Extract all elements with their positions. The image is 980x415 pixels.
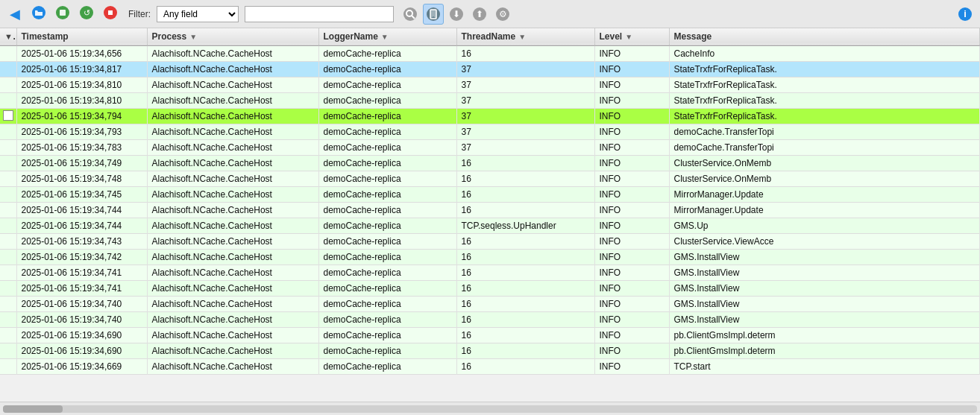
open-file-button[interactable] <box>52 4 73 25</box>
timestamp-cell: 2025-01-06 15:19:34,690 <box>16 343 147 359</box>
table-row[interactable]: 2025-01-06 15:19:34,817Alachisoft.NCache… <box>0 62 980 77</box>
download-button[interactable]: ⬇ <box>446 4 467 25</box>
process-cell: Alachisoft.NCache.CacheHost <box>147 343 318 359</box>
row-check-cell <box>0 171 16 187</box>
table-row[interactable]: 2025-01-06 15:19:34,741Alachisoft.NCache… <box>0 265 980 281</box>
level-cell: INFO <box>594 171 669 187</box>
row-check-cell <box>0 156 16 171</box>
row-checkbox[interactable] <box>3 110 13 121</box>
message-cell: GMS.InstallView <box>669 281 980 297</box>
process-cell: Alachisoft.NCache.CacheHost <box>147 109 318 124</box>
logger-cell: demoCache-replica <box>318 343 456 359</box>
message-cell: ClusterService.OnMemb <box>669 171 980 187</box>
thread-cell: 16 <box>456 171 594 187</box>
level-cell: INFO <box>594 250 669 265</box>
table-row[interactable]: 2025-01-06 15:19:34,740Alachisoft.NCache… <box>0 297 980 312</box>
level-cell: INFO <box>594 265 669 281</box>
sort-down-icon: ▼ <box>4 31 16 42</box>
horizontal-scrollbar[interactable] <box>0 402 980 415</box>
timestamp-cell: 2025-01-06 15:19:34,810 <box>16 93 147 109</box>
message-cell: pb.ClientGmsImpl.determ <box>669 328 980 343</box>
process-cell: Alachisoft.NCache.CacheHost <box>147 203 318 218</box>
message-col-label: Message <box>674 31 712 42</box>
message-cell: pb.ClientGmsImpl.determ <box>669 343 980 359</box>
level-cell: INFO <box>594 359 669 375</box>
back-button[interactable]: ◀ <box>4 4 25 25</box>
message-cell: StateTrxfrForReplicaTask. <box>669 93 980 109</box>
svg-point-8 <box>403 7 417 21</box>
table-row[interactable]: 2025-01-06 15:19:34,741Alachisoft.NCache… <box>0 281 980 297</box>
process-sort-icon: ▼ <box>189 33 197 41</box>
table-row[interactable]: 2025-01-06 15:19:34,690Alachisoft.NCache… <box>0 328 980 343</box>
table-row[interactable]: 2025-01-06 15:19:34,690Alachisoft.NCache… <box>0 343 980 359</box>
level-cell: INFO <box>594 140 669 156</box>
thread-cell: 16 <box>456 281 594 297</box>
col-header-message[interactable]: Message <box>669 28 980 45</box>
message-cell: demoCache.TransferTopi <box>669 124 980 140</box>
filter-search-input[interactable] <box>245 6 394 22</box>
logger-cell: demoCache-replica <box>318 109 456 124</box>
svg-text:i: i <box>964 8 967 19</box>
refresh-button[interactable]: ↺ <box>76 4 97 25</box>
thread-cell: 37 <box>456 109 594 124</box>
thread-cell: 37 <box>456 77 594 93</box>
timestamp-cell: 2025-01-06 15:19:34,741 <box>16 265 147 281</box>
table-row[interactable]: 2025-01-06 15:19:34,742Alachisoft.NCache… <box>0 250 980 265</box>
table-row[interactable]: 2025-01-06 15:19:34,740Alachisoft.NCache… <box>0 312 980 328</box>
table-row[interactable]: 2025-01-06 15:19:34,810Alachisoft.NCache… <box>0 77 980 93</box>
message-cell: GMS.Up <box>669 218 980 234</box>
message-cell: CacheInfo <box>669 45 980 62</box>
toolbar: ◀ ↺ Filter: Any field Message Process Lo… <box>0 0 980 28</box>
col-header-timestamp[interactable]: Timestamp <box>16 28 147 45</box>
col-header-level[interactable]: Level ▼ <box>594 28 669 45</box>
logger-cell: demoCache-replica <box>318 250 456 265</box>
table-row[interactable]: 2025-01-06 15:19:34,749Alachisoft.NCache… <box>0 156 980 171</box>
stop-button[interactable] <box>100 4 121 25</box>
level-cell: INFO <box>594 281 669 297</box>
process-cell: Alachisoft.NCache.CacheHost <box>147 265 318 281</box>
message-cell: TCP.start <box>669 359 980 375</box>
table-row[interactable]: 2025-01-06 15:19:34,793Alachisoft.NCache… <box>0 124 980 140</box>
table-row[interactable]: 2025-01-06 15:19:34,744Alachisoft.NCache… <box>0 203 980 218</box>
table-row[interactable]: 2025-01-06 15:19:34,745Alachisoft.NCache… <box>0 187 980 203</box>
timestamp-col-label: Timestamp <box>22 31 69 42</box>
level-sort-icon: ▼ <box>625 33 632 41</box>
process-cell: Alachisoft.NCache.CacheHost <box>147 93 318 109</box>
timestamp-cell: 2025-01-06 15:19:34,744 <box>16 203 147 218</box>
logger-cell: demoCache-replica <box>318 218 456 234</box>
process-cell: Alachisoft.NCache.CacheHost <box>147 77 318 93</box>
thread-cell: 16 <box>456 156 594 171</box>
info-button[interactable]: i <box>955 4 976 25</box>
table-row[interactable]: 2025-01-06 15:19:34,656Alachisoft.NCache… <box>0 45 980 62</box>
table-row[interactable]: 2025-01-06 15:19:34,783Alachisoft.NCache… <box>0 140 980 156</box>
row-check-cell <box>0 77 16 93</box>
settings-button[interactable]: ⚙ <box>492 4 513 25</box>
table-row[interactable]: 2025-01-06 15:19:34,743Alachisoft.NCache… <box>0 234 980 250</box>
level-cell: INFO <box>594 124 669 140</box>
bookmark-button[interactable] <box>423 4 444 25</box>
log-table: ▼ Timestamp Process ▼ LoggerName <box>0 28 980 375</box>
table-row[interactable]: 2025-01-06 15:19:34,744Alachisoft.NCache… <box>0 218 980 234</box>
table-row[interactable]: 2025-01-06 15:19:34,794Alachisoft.NCache… <box>0 109 980 124</box>
table-row[interactable]: 2025-01-06 15:19:34,748Alachisoft.NCache… <box>0 171 980 187</box>
filter-field-select[interactable]: Any field Message Process LoggerName Thr… <box>157 6 239 22</box>
upload-button[interactable]: ⬆ <box>469 4 490 25</box>
open-button[interactable] <box>28 4 49 25</box>
row-check-cell <box>0 62 16 77</box>
level-cell: INFO <box>594 187 669 203</box>
table-row[interactable]: 2025-01-06 15:19:34,810Alachisoft.NCache… <box>0 93 980 109</box>
log-table-container[interactable]: ▼ Timestamp Process ▼ LoggerName <box>0 28 980 402</box>
row-check-cell <box>0 93 16 109</box>
col-header-process[interactable]: Process ▼ <box>147 28 318 45</box>
table-row[interactable]: 2025-01-06 15:19:34,669Alachisoft.NCache… <box>0 359 980 375</box>
col-header-thread[interactable]: ThreadName ▼ <box>456 28 594 45</box>
level-cell: INFO <box>594 234 669 250</box>
svg-text:⚙: ⚙ <box>499 9 507 19</box>
message-cell: GMS.InstallView <box>669 250 980 265</box>
col-header-logger[interactable]: LoggerName ▼ <box>318 28 456 45</box>
scrollbar-track[interactable] <box>3 405 977 413</box>
process-cell: Alachisoft.NCache.CacheHost <box>147 234 318 250</box>
scrollbar-thumb[interactable] <box>3 405 63 413</box>
logger-cell: demoCache-replica <box>318 62 456 77</box>
search-button[interactable] <box>400 4 421 25</box>
